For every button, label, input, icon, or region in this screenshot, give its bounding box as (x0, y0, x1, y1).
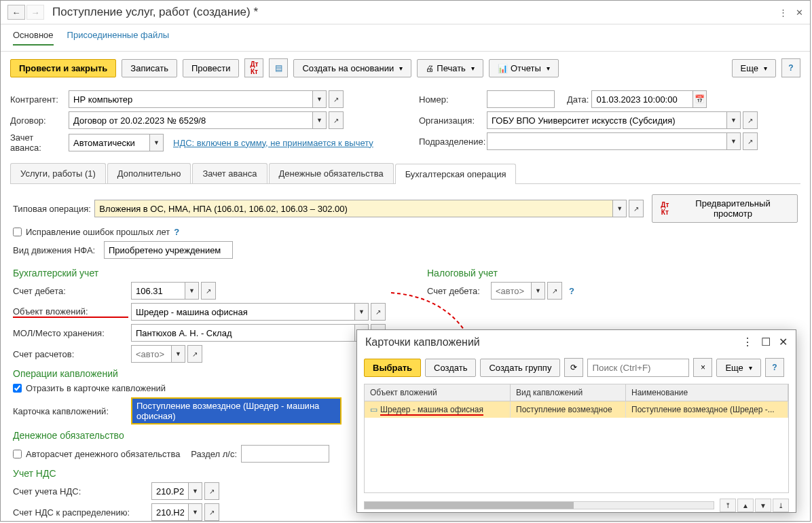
debit-input[interactable] (131, 282, 185, 300)
popup-refresh-button[interactable]: ⟳ (564, 358, 583, 377)
vat-link[interactable]: НДС: включен в сумму, не принимается к в… (173, 138, 373, 148)
date-input[interactable] (591, 90, 693, 108)
reports-button[interactable]: Отчеты (489, 59, 559, 77)
errors-checkbox[interactable] (13, 228, 22, 236)
date-picker[interactable] (693, 90, 707, 108)
contract-input[interactable] (69, 111, 313, 129)
popup-create-group-button[interactable]: Создать группу (480, 359, 560, 377)
tax-debit-open[interactable]: ↗ (547, 282, 562, 300)
autocalc-checkbox[interactable] (13, 450, 22, 458)
help-button[interactable]: ? (781, 58, 800, 77)
tax-debit-dropdown[interactable]: ▼ (532, 282, 545, 300)
advance-dropdown[interactable]: ▼ (150, 134, 164, 151)
dk-button[interactable]: ДтКт (244, 58, 263, 77)
debit-open[interactable]: ↗ (201, 282, 216, 300)
contractor-input[interactable] (69, 90, 313, 108)
close-icon[interactable]: ✕ (796, 7, 803, 18)
debit-dropdown[interactable]: ▼ (185, 282, 199, 300)
contractor-open[interactable]: ↗ (329, 90, 344, 108)
popup-col-object[interactable]: Объект вложений (365, 384, 511, 401)
tax-help[interactable]: ? (569, 286, 574, 296)
popup-col-name[interactable]: Наименование (626, 384, 788, 401)
object-open[interactable]: ↗ (371, 303, 386, 321)
create-based-button[interactable]: Создать на основании (293, 59, 411, 77)
errors-help[interactable]: ? (174, 227, 179, 237)
section-input[interactable] (241, 445, 329, 463)
nav-down[interactable]: ▼ (755, 499, 771, 512)
typical-dropdown[interactable]: ▼ (613, 200, 627, 217)
menu-icon[interactable]: ⋮ (779, 7, 788, 18)
list-button[interactable] (269, 58, 288, 77)
item-icon: ▭ (370, 405, 377, 414)
tab-bookkeeping[interactable]: Бухгалтерская операция (395, 164, 517, 184)
popup-more-button[interactable]: Еще (716, 359, 760, 377)
contract-dropdown[interactable]: ▼ (313, 111, 327, 129)
popup-select-button[interactable]: Выбрать (364, 359, 421, 377)
popup-row-type: Поступление возмездное (511, 401, 626, 418)
dept-dropdown[interactable]: ▼ (727, 132, 741, 150)
post-button[interactable]: Провести (183, 59, 240, 77)
advance-input[interactable] (69, 134, 150, 151)
popup-close-icon[interactable]: ✕ (779, 336, 788, 348)
tab-main[interactable]: Основное (13, 30, 54, 46)
popup-row[interactable]: ▭Шредер - машина офисная Поступление воз… (365, 401, 788, 418)
tab-additional[interactable]: Дополнительно (107, 163, 191, 183)
tax-title: Налоговый учет (427, 268, 574, 278)
tab-services[interactable]: Услуги, работы (1) (10, 163, 106, 183)
post-close-button[interactable]: Провести и закрыть (10, 59, 116, 77)
org-input[interactable] (487, 111, 727, 129)
mol-label: МОЛ/Место хранения: (13, 328, 128, 338)
contract-open[interactable]: ↗ (329, 111, 344, 129)
nav-first[interactable]: ⤒ (720, 499, 736, 512)
dept-open[interactable]: ↗ (743, 132, 758, 150)
tab-advance[interactable]: Зачет аванса (192, 163, 267, 183)
tab-obligations[interactable]: Денежные обязательства (269, 163, 394, 183)
settlement-input[interactable] (131, 345, 172, 363)
dept-input[interactable] (487, 132, 727, 150)
print-button[interactable]: Печать (417, 59, 483, 77)
back-button[interactable]: ← (7, 5, 25, 20)
reflect-label: Отразить в карточке капвложений (26, 383, 166, 393)
typical-open[interactable]: ↗ (629, 200, 644, 217)
number-input[interactable] (487, 90, 555, 108)
vat-dist-dropdown[interactable]: ▼ (189, 503, 202, 521)
calendar-icon (695, 94, 705, 104)
reflect-checkbox[interactable] (13, 384, 22, 393)
tax-debit-input[interactable] (491, 282, 532, 300)
popup-search-input[interactable] (587, 359, 689, 377)
object-input[interactable] (131, 303, 355, 321)
more-button[interactable]: Еще (732, 59, 776, 77)
tab-files[interactable]: Присоединенные файлы (67, 30, 170, 46)
vat-dist-input[interactable] (151, 503, 189, 521)
typical-input[interactable] (94, 200, 613, 217)
settlement-open[interactable]: ↗ (187, 345, 202, 363)
card-field[interactable]: Поступление возмездное (Шредер - машина … (131, 397, 342, 425)
vat-dist-open[interactable]: ↗ (204, 503, 219, 521)
preview-button[interactable]: ДтКт Предварительный просмотр (652, 194, 798, 223)
print-icon (426, 63, 434, 73)
popup-create-button[interactable]: Создать (425, 359, 476, 377)
nfa-input[interactable] (104, 241, 233, 259)
org-open[interactable]: ↗ (743, 111, 758, 129)
popup-help-button[interactable]: ? (765, 358, 784, 377)
contractor-dropdown[interactable]: ▼ (313, 90, 327, 108)
object-dropdown[interactable]: ▼ (355, 303, 369, 321)
mol-input[interactable] (131, 324, 355, 342)
nav-up[interactable]: ▲ (737, 499, 754, 512)
save-button[interactable]: Записать (122, 59, 177, 77)
popup-maximize-icon[interactable]: ☐ (761, 336, 771, 348)
vat-account-dropdown[interactable]: ▼ (189, 482, 202, 500)
popup-col-type[interactable]: Вид капвложений (511, 384, 626, 401)
popup-scrollbar[interactable] (364, 501, 714, 509)
object-label: Объект вложений: (13, 306, 128, 318)
autocalc-label: Авторасчет денежного обязательства (26, 449, 181, 459)
popup-search-clear[interactable]: × (693, 358, 712, 377)
nav-last[interactable]: ⤓ (773, 499, 789, 512)
forward-button[interactable]: → (26, 5, 44, 20)
settlement-dropdown[interactable]: ▼ (172, 345, 185, 363)
org-dropdown[interactable]: ▼ (727, 111, 741, 129)
popup-menu-icon[interactable]: ⋮ (742, 336, 753, 348)
vat-account-open[interactable]: ↗ (204, 482, 219, 500)
vat-account-input[interactable] (151, 482, 189, 500)
vat-account-label: Счет учета НДС: (13, 486, 149, 497)
